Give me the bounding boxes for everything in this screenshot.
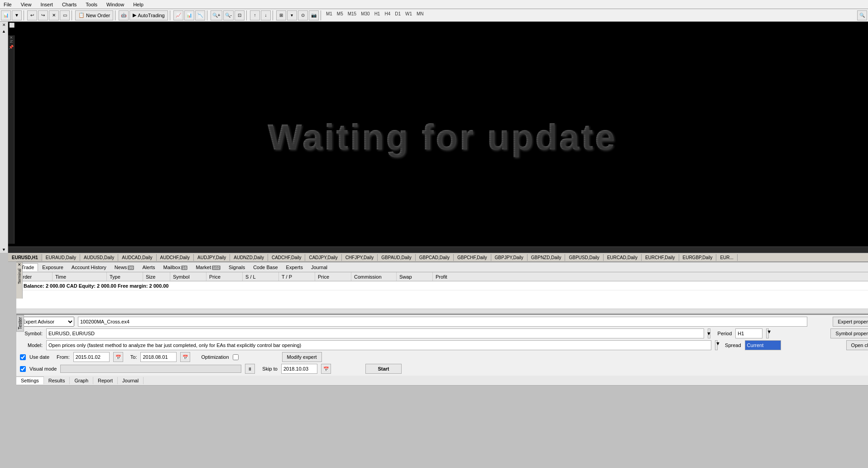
pause-btn[interactable]: ⏸ [245, 364, 255, 374]
toolbar-btn-a[interactable]: ↑ [250, 10, 260, 20]
from-date-input[interactable] [73, 352, 110, 362]
tester-vertical-label[interactable]: Tester [16, 315, 24, 332]
menu-file[interactable]: File [2, 1, 14, 8]
tab-mailbox[interactable]: Mailbox16 [159, 263, 192, 271]
toolbar-btn-e[interactable]: ⊙ [298, 10, 308, 20]
chart-tab-16[interactable]: EURCAD,Daily [604, 254, 642, 261]
toolbar-btn-b[interactable]: ↓ [261, 10, 271, 20]
toolbar-chart-2[interactable]: 📊 [184, 10, 194, 20]
tester-tab-journal[interactable]: Journal [118, 377, 144, 384]
toolbar-btn-3[interactable]: ↩ [27, 10, 37, 20]
optimization-checkbox[interactable] [233, 354, 239, 360]
menu-view[interactable]: View [19, 1, 34, 8]
menu-window[interactable]: Window [105, 1, 126, 8]
to-date-picker-btn[interactable]: 📅 [180, 352, 190, 362]
tab-code-base[interactable]: Code Base [249, 263, 282, 271]
chart-tab-15[interactable]: GBPUSD,Daily [565, 254, 603, 261]
tf-h4[interactable]: H4 [383, 11, 392, 19]
toolbar-btn-4[interactable]: ↪ [38, 10, 48, 20]
toolbar-btn-2[interactable]: ▼ [12, 10, 22, 20]
terminal-scrollbar-h[interactable] [16, 309, 868, 313]
tester-tab-report[interactable]: Report [93, 377, 118, 384]
menu-insert[interactable]: Insert [38, 1, 55, 8]
expert-properties-btn[interactable]: Expert properties [833, 317, 868, 327]
toolbar-chart-3[interactable]: 📉 [195, 10, 205, 20]
chart-tab-18[interactable]: EURGBP,Daily [679, 254, 717, 261]
toolbar-btn-expert[interactable]: 🤖 [119, 10, 129, 20]
chart-scrollbar-h[interactable] [8, 246, 868, 253]
tester-tab-settings[interactable]: Settings [16, 376, 44, 384]
left-nav-arrow[interactable]: ▲ [0, 28, 8, 34]
open-chart-btn[interactable]: Open chart [846, 340, 868, 350]
chart-tab-11[interactable]: GBPCAD,Daily [416, 254, 454, 261]
tab-experts[interactable]: Experts [282, 263, 307, 271]
zoom-in-btn[interactable]: 🔍+ [211, 10, 222, 20]
chart-tab-10[interactable]: GBPAUD,Daily [378, 254, 416, 261]
tab-news[interactable]: News99 [110, 263, 139, 271]
tf-m15[interactable]: M15 [346, 11, 358, 19]
start-btn[interactable]: Start [365, 364, 402, 374]
chart-tab-8[interactable]: CADJPY,Daily [305, 254, 341, 261]
expert-advisor-dropdown[interactable]: Expert Advisor [20, 317, 74, 327]
terminal-close[interactable]: ✕ [18, 262, 21, 267]
tf-mn[interactable]: MN [415, 11, 426, 19]
tf-m1[interactable]: M1 [324, 11, 334, 19]
from-date-picker-btn[interactable]: 📅 [113, 352, 123, 362]
menu-help[interactable]: Help [131, 1, 145, 8]
toolbar-btn-c[interactable]: ⊞ [276, 10, 286, 20]
nav-pin[interactable]: 📌 [9, 45, 14, 49]
tf-m5[interactable]: M5 [335, 11, 345, 19]
chart-tab-1[interactable]: EURAUD,Daily [42, 254, 80, 261]
model-input[interactable] [46, 340, 711, 350]
menu-tools[interactable]: Tools [84, 1, 99, 8]
full-view-btn[interactable]: ⊡ [235, 10, 245, 20]
autotrading-button[interactable]: ▶ AutoTrading [129, 10, 168, 20]
tf-w1[interactable]: W1 [403, 11, 414, 19]
zoom-out-btn[interactable]: 🔍- [223, 10, 234, 20]
model-dropdown-btn[interactable]: ▼ [715, 340, 718, 350]
chart-tab-9[interactable]: CHFJPY,Daily [342, 254, 378, 261]
new-order-button[interactable]: 📋 New Order [75, 10, 113, 20]
chart-tab-17[interactable]: EURCHF,Daily [642, 254, 679, 261]
tester-tab-graph[interactable]: Graph [70, 377, 93, 384]
menu-charts[interactable]: Charts [60, 1, 78, 8]
chart-tab-5[interactable]: AUDJPY,Daily [194, 254, 230, 261]
skip-date-picker-btn[interactable]: 📅 [321, 364, 331, 374]
tf-h1[interactable]: H1 [373, 11, 382, 19]
period-input[interactable] [735, 328, 762, 338]
search-btn[interactable]: 🔍 [857, 10, 867, 20]
toolbar-btn-d[interactable]: ▾ [287, 10, 297, 20]
symbol-input[interactable] [46, 328, 704, 338]
chart-corner-close[interactable]: ⬜ [9, 23, 14, 28]
to-date-input[interactable] [140, 352, 177, 362]
spread-input[interactable] [745, 340, 781, 350]
chart-tab-more[interactable]: EUR... [716, 254, 737, 261]
tab-market[interactable]: Market102 [192, 263, 225, 271]
chart-tab-2[interactable]: AUDUSD,Daily [80, 254, 118, 261]
symbol-dropdown-btn[interactable]: ▼ [708, 328, 710, 338]
toolbar-btn-f[interactable]: 📷 [309, 10, 319, 20]
period-dropdown-btn[interactable]: ▼ [766, 328, 769, 338]
tab-signals[interactable]: Signals [225, 263, 249, 271]
tester-tab-results[interactable]: Results [44, 377, 70, 384]
tf-m30[interactable]: M30 [359, 11, 371, 19]
toolbar-btn-5[interactable]: ✕ [49, 10, 59, 20]
tf-d1[interactable]: D1 [393, 11, 403, 19]
modify-expert-btn[interactable]: Modify expert [282, 352, 322, 362]
chart-tab-6[interactable]: AUDNZD,Daily [230, 254, 268, 261]
tab-exposure[interactable]: Exposure [38, 263, 67, 271]
tab-alerts[interactable]: Alerts [138, 263, 159, 271]
left-nav-close[interactable]: ✕ [0, 22, 8, 28]
left-nav-arrow-down[interactable]: ▼ [0, 246, 8, 253]
chart-tab-7[interactable]: CADCHF,Daily [268, 254, 306, 261]
chart-tab-13[interactable]: GBPJPY,Daily [491, 254, 528, 261]
toolbar-chart-1[interactable]: 📈 [173, 10, 183, 20]
symbol-properties-btn[interactable]: Symbol properties [830, 328, 868, 338]
tab-account-history[interactable]: Account History [67, 263, 110, 271]
visual-mode-checkbox[interactable] [20, 366, 26, 372]
toolbar-btn-6[interactable]: ▭ [60, 10, 70, 20]
tab-journal[interactable]: Journal [307, 263, 331, 271]
ea-name-input[interactable] [78, 317, 807, 327]
chart-tab-eurusd[interactable]: EURUSD,H1 [8, 254, 42, 261]
chart-tab-3[interactable]: AUDCAD,Daily [118, 254, 156, 261]
